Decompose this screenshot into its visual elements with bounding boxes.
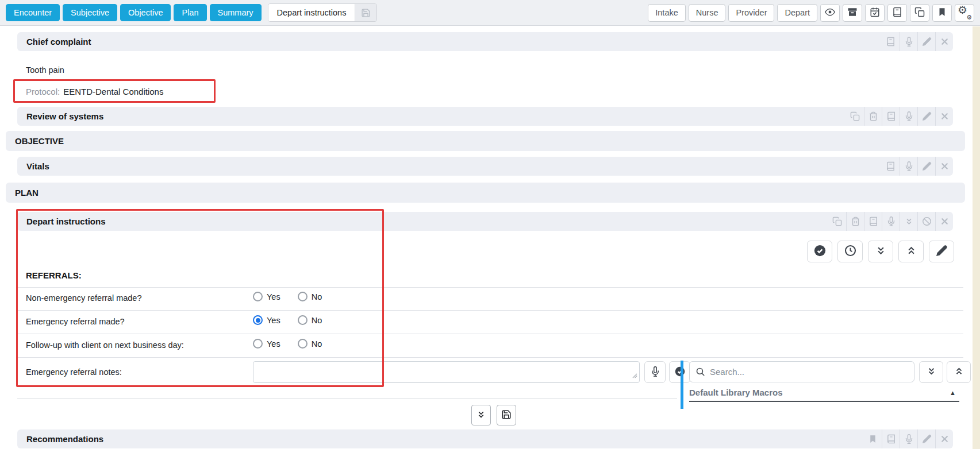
section-depart-instructions-header[interactable]: Depart instructions [17, 212, 953, 231]
mic-icon[interactable] [900, 107, 917, 126]
book-icon[interactable] [864, 212, 882, 231]
chief-complaint-value: Tooth pain [26, 65, 64, 75]
depart-button[interactable]: Depart [777, 4, 817, 22]
mic-icon[interactable] [900, 32, 917, 51]
trash-icon[interactable] [864, 107, 882, 126]
edit-button[interactable] [929, 241, 954, 262]
clock-icon [844, 245, 856, 258]
settings-button[interactable]: ⚙⚙ [955, 4, 974, 22]
book-icon[interactable] [882, 107, 900, 126]
row-divider [17, 357, 963, 358]
archive-button[interactable] [843, 4, 862, 22]
history-button[interactable] [837, 241, 863, 262]
nav-summary-button[interactable]: Summary [210, 4, 262, 21]
pencil-icon[interactable] [917, 32, 935, 51]
right-margin-strip [973, 26, 980, 449]
chevrons-down-icon[interactable] [900, 212, 917, 231]
library-button[interactable] [887, 4, 907, 22]
section-recommendations-header[interactable]: Recommendations [17, 429, 953, 448]
nav-plan-button[interactable]: Plan [174, 4, 206, 21]
nav-encounter-button[interactable]: Encounter [6, 4, 60, 21]
complete-button[interactable] [807, 241, 832, 262]
collapse-all-button[interactable] [898, 241, 924, 262]
emergency-referral-notes-input[interactable] [253, 361, 640, 383]
close-icon[interactable] [935, 32, 953, 51]
caret-up-icon[interactable]: ▲ [950, 389, 956, 396]
ehr-encounter-page: Encounter Subjective Objective Plan Summ… [0, 0, 980, 449]
gears-icon: ⚙⚙ [959, 7, 970, 18]
section-plan-bar[interactable]: PLAN [6, 183, 965, 203]
radio-no-label[interactable]: No [312, 292, 322, 301]
trash-icon[interactable] [846, 212, 864, 231]
radio-no-label[interactable]: No [312, 316, 322, 325]
section-review-of-systems-header[interactable]: Review of systems [17, 107, 953, 126]
close-icon[interactable] [935, 212, 953, 231]
protocol-line: Protocol: EENTD-Dental Conditions [26, 80, 163, 103]
bookmark-button[interactable] [932, 4, 952, 22]
copy-icon[interactable] [828, 212, 846, 231]
macros-searchbox [689, 361, 914, 382]
calendar-button[interactable] [865, 4, 885, 22]
question-label: Emergency referral made? [26, 317, 125, 326]
bookmark-icon[interactable] [864, 429, 882, 448]
macros-expand-button[interactable] [919, 361, 943, 383]
expand-section-button[interactable] [471, 405, 491, 425]
radio-yes[interactable] [253, 339, 263, 349]
question-options: Yes No [253, 292, 339, 301]
macros-search-input[interactable] [710, 367, 908, 377]
mic-icon[interactable] [900, 429, 917, 448]
book-icon[interactable] [882, 32, 900, 51]
radio-no[interactable] [298, 315, 308, 325]
close-icon[interactable] [935, 429, 953, 448]
section-vitals-header[interactable]: Vitals [17, 157, 953, 176]
row-divider [17, 398, 677, 399]
radio-yes[interactable] [253, 315, 263, 325]
ban-icon[interactable] [917, 212, 935, 231]
save-icon [501, 409, 512, 421]
section-title: Vitals [26, 161, 49, 171]
macros-library-header[interactable]: Default Library Macros ▲ [689, 384, 959, 402]
eye-button[interactable] [820, 4, 840, 22]
macros-collapse-button[interactable] [947, 361, 971, 383]
pencil-icon[interactable] [917, 107, 935, 126]
mic-icon[interactable] [900, 157, 917, 176]
section-chief-complaint-header[interactable]: Chief complaint [17, 32, 953, 51]
provider-button[interactable]: Provider [728, 4, 774, 22]
pencil-icon[interactable] [917, 157, 935, 176]
radio-no[interactable] [298, 339, 308, 349]
book-icon[interactable] [882, 157, 900, 176]
nurse-button[interactable]: Nurse [689, 4, 726, 22]
radio-yes-label[interactable]: Yes [267, 292, 280, 301]
row-divider [17, 310, 963, 311]
save-icon[interactable] [355, 4, 376, 21]
protocol-value: EENTD-Dental Conditions [63, 87, 163, 96]
archive-icon [847, 7, 858, 19]
radio-yes-label[interactable]: Yes [267, 339, 280, 349]
check-circle-icon [814, 245, 826, 258]
intake-button[interactable]: Intake [648, 4, 686, 22]
close-icon[interactable] [935, 107, 953, 126]
notes-mic-button[interactable] [644, 361, 666, 383]
resize-grip-icon[interactable] [632, 370, 637, 381]
nav-objective-button[interactable]: Objective [120, 4, 171, 21]
close-icon[interactable] [935, 157, 953, 176]
radio-no[interactable] [298, 292, 308, 301]
nav-button-group: Encounter Subjective Objective Plan Summ… [6, 3, 377, 22]
copy-icon[interactable] [846, 107, 864, 126]
radio-no-label[interactable]: No [312, 339, 322, 349]
macros-library-title: Default Library Macros [689, 388, 783, 397]
question-options: Yes No [253, 315, 339, 325]
radio-yes[interactable] [253, 292, 263, 301]
eye-icon [825, 7, 835, 19]
expand-all-button[interactable] [868, 241, 893, 262]
active-note-tab[interactable]: Depart instructions [268, 3, 378, 22]
save-section-button[interactable] [497, 405, 516, 425]
book-icon[interactable] [882, 429, 900, 448]
nav-subjective-button[interactable]: Subjective [63, 4, 117, 21]
notes-confirm-button[interactable] [669, 361, 690, 383]
pencil-icon[interactable] [917, 429, 935, 448]
copy-button[interactable] [910, 4, 929, 22]
mic-icon[interactable] [882, 212, 900, 231]
radio-yes-label[interactable]: Yes [267, 316, 280, 325]
section-objective-bar[interactable]: OBJECTIVE [6, 131, 965, 151]
